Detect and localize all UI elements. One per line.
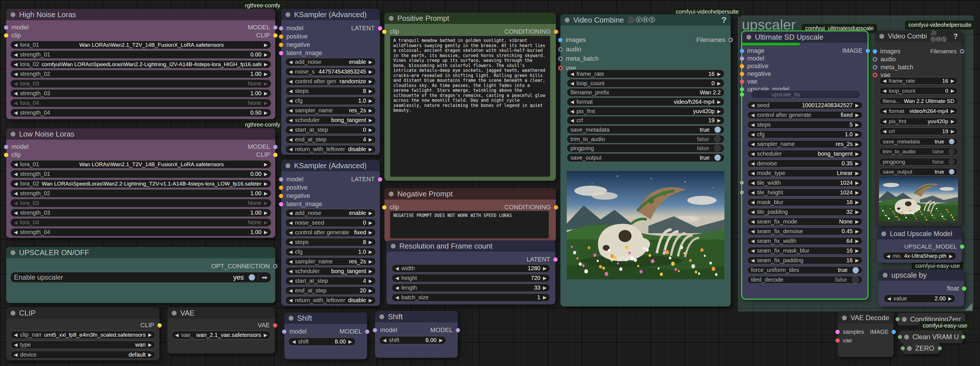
node-header[interactable]: Resolution and Frame count xyxy=(387,240,555,252)
sampler_name-widget[interactable]: sampler_nameres_2s xyxy=(747,140,862,148)
collapse-dot-icon[interactable] xyxy=(11,250,15,255)
node-ksampler-advanced-low[interactable]: KSampler (Advanced) model LATENT positiv… xyxy=(281,160,380,306)
node-header[interactable]: Negative Prompt xyxy=(385,188,556,200)
image-output-dot[interactable] xyxy=(865,49,870,53)
collapsed-output-dot[interactable] xyxy=(938,346,942,350)
clip-output-dot[interactable] xyxy=(158,323,162,328)
enable-upscaler-widget[interactable]: Enable upscaler yes ➡ xyxy=(10,272,271,283)
toggle-off-icon[interactable] xyxy=(714,145,721,152)
images-input-dot[interactable] xyxy=(558,38,562,42)
video-preview[interactable] xyxy=(879,177,958,222)
node-header[interactable]: Video Combine🎥ⓋⒽⓈ? xyxy=(560,14,731,26)
collapse-dot-icon[interactable] xyxy=(379,314,384,319)
control-after-generate-widget[interactable]: control after generatefixed xyxy=(285,228,376,236)
pix_fmt-widget[interactable]: pix_fmtyuv420p xyxy=(879,117,958,125)
node-shift-low[interactable]: Shift model MODEL shift8.00 xyxy=(375,311,458,358)
latent-image-input-dot[interactable] xyxy=(279,51,283,55)
node-low-noise-loras[interactable]: Low Noise Loras model MODEL clip CLIP lo… xyxy=(6,128,275,238)
video-preview[interactable] xyxy=(567,171,724,279)
lora_03-widget[interactable]: lora_03None xyxy=(10,79,271,88)
node-ksampler-advanced-high[interactable]: KSampler (Advanced) model LATENT positiv… xyxy=(281,9,380,155)
collapse-dot-icon[interactable] xyxy=(842,315,847,320)
strength_04-widget[interactable]: strength_041.00 xyxy=(10,228,271,236)
lora_04-widget[interactable]: lora_04None xyxy=(10,218,271,227)
collapse-dot-icon[interactable] xyxy=(11,311,15,315)
mode_type-widget[interactable]: mode_typeLinear xyxy=(747,170,862,177)
node-header[interactable]: upscale by xyxy=(878,269,964,281)
images-input-dot[interactable] xyxy=(873,49,877,54)
lora_01-widget[interactable]: lora_01Wan LORAs\Wan2.1_T2V_14B_FusionX_… xyxy=(10,160,271,168)
toggle-on-icon[interactable] xyxy=(853,267,859,273)
node-header[interactable]: Load Upscale Model xyxy=(877,228,962,239)
tile-width-edge-dot[interactable] xyxy=(740,181,743,184)
start_at_step-widget[interactable]: start_at_step0 xyxy=(285,126,376,134)
strength_01-widget[interactable]: strength_010.00 xyxy=(10,51,271,59)
node-header[interactable]: Shift xyxy=(284,312,367,324)
node-header[interactable]: UPSCALER ON/OFF xyxy=(6,247,275,258)
return_with_leftover-widget[interactable]: return_with_leftover ...disable xyxy=(285,145,376,154)
loop_count-widget[interactable]: loop_count0 xyxy=(879,87,958,95)
node-header[interactable]: VAE xyxy=(167,307,275,318)
format-widget[interactable]: formatvideo/h264-mp4 xyxy=(879,107,958,115)
collapse-dot-icon[interactable] xyxy=(881,231,886,236)
tile_height-widget[interactable]: tile_height1024 xyxy=(747,189,862,196)
collapsed-input-dot[interactable] xyxy=(901,346,905,350)
vae-input-dot[interactable] xyxy=(873,73,877,77)
clip-output-dot[interactable] xyxy=(273,153,277,157)
height-widget[interactable]: height720 xyxy=(391,274,550,282)
negative-prompt-textarea[interactable]: NEGATIVE PROMPT DOES NOT WORK WITH SPEED… xyxy=(390,211,549,238)
cfg-widget[interactable]: cfg1.0 xyxy=(285,248,376,256)
shift-widget[interactable]: shift8.00 xyxy=(379,336,446,344)
positive-prompt-textarea[interactable]: A tranquil meadow bathed in golden sunli… xyxy=(390,36,550,177)
sampler_name-widget[interactable]: sampler_nameres_2s xyxy=(285,106,376,115)
model-input-dot[interactable] xyxy=(740,56,744,61)
node-high-noise-loras[interactable]: High Noise Loras model MODEL clip CLIP l… xyxy=(6,9,275,119)
model-input-dot[interactable] xyxy=(282,330,286,334)
collapsed-input-dot[interactable] xyxy=(896,317,900,321)
seed-widget[interactable]: seed1000122408342527 xyxy=(747,101,862,109)
latent-image-input-dot[interactable] xyxy=(279,202,283,206)
meta-batch-input-dot[interactable] xyxy=(558,56,563,61)
shift-widget[interactable]: shift8.00 xyxy=(288,337,356,346)
strength_03-widget[interactable]: strength_031.00 xyxy=(10,89,271,97)
filenames-output-dot[interactable] xyxy=(960,49,964,54)
negative-input-dot[interactable] xyxy=(279,194,283,198)
strength_04-widget[interactable]: strength_040.50 xyxy=(10,109,271,117)
collapse-dot-icon[interactable] xyxy=(883,273,888,277)
seam_fix_mode-widget[interactable]: seam_fix_modeNone xyxy=(747,218,862,225)
cfg-widget[interactable]: cfg1.0 xyxy=(747,131,862,138)
model-output-dot[interactable] xyxy=(273,145,277,149)
trim_to_audio-widget[interactable]: trim_to_audiofalse xyxy=(567,135,724,143)
collapse-dot-icon[interactable] xyxy=(389,192,394,196)
node-video-combine-main[interactable]: Video Combine🎥ⓋⒽⓈ? images Filenames audi… xyxy=(560,14,731,306)
clip-input-dot[interactable] xyxy=(382,30,387,34)
strength_03-widget[interactable]: strength_031.00 xyxy=(10,209,271,217)
node-header[interactable]: High Noise Loras xyxy=(6,9,275,20)
tiled_decode-widget[interactable]: tiled_decodefalse xyxy=(747,276,862,284)
lora_02-widget[interactable]: lora_02comfyui\Wan LORAs\SpeedLoras\Wan2… xyxy=(10,60,271,68)
node-clean-vram-used[interactable]: Clean VRAM Used xyxy=(900,331,963,343)
collapse-dot-icon[interactable] xyxy=(746,35,751,40)
model-input-dot[interactable] xyxy=(373,328,377,332)
float-output-dot[interactable] xyxy=(962,287,966,291)
length-widget[interactable]: length33 xyxy=(391,284,550,292)
seam_fix_padding-widget[interactable]: seam_fix_padding16 xyxy=(747,257,862,264)
clip-output-dot[interactable] xyxy=(273,33,277,38)
opt-connection-output-dot[interactable] xyxy=(273,264,277,268)
end_at_step-widget[interactable]: end_at_step20 xyxy=(285,287,376,295)
lora_02-widget[interactable]: lora_02Wan LORAs\SpeedLoras\Wan2.2-Light… xyxy=(10,179,271,188)
format-widget[interactable]: formatvideo/h264-mp4 xyxy=(567,97,724,106)
toggle-on-icon[interactable] xyxy=(714,127,721,133)
collapse-dot-icon[interactable] xyxy=(11,132,15,136)
model-input-dot[interactable] xyxy=(4,145,8,149)
toggle-on-icon[interactable] xyxy=(714,154,721,161)
node-header[interactable]: Ultimate SD Upscale xyxy=(742,31,868,43)
collapse-dot-icon[interactable] xyxy=(879,34,884,39)
width-widget[interactable]: width1280 xyxy=(391,264,550,273)
vae-input-dot[interactable] xyxy=(835,338,840,343)
toggle-on-icon[interactable] xyxy=(949,169,955,174)
sampler_name-widget[interactable]: sampler_nameres_2s xyxy=(285,257,376,266)
model-output-dot[interactable] xyxy=(456,328,460,332)
latent-output-dot[interactable] xyxy=(378,177,382,182)
node-negative-prompt[interactable]: Negative Prompt clip CONDITIONING NEGATI… xyxy=(385,188,556,242)
